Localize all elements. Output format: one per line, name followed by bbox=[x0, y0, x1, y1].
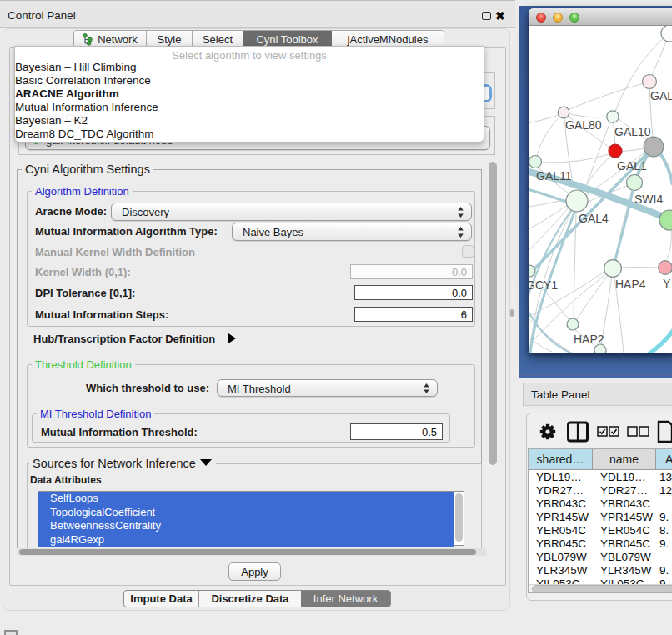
svg-text:GAL7: GAL7 bbox=[650, 89, 672, 102]
svg-text:GCY1: GCY1 bbox=[529, 278, 558, 292]
svg-text:Y: Y bbox=[663, 277, 671, 290]
svg-text:GAL4: GAL4 bbox=[579, 212, 609, 225]
svg-text:SWI4: SWI4 bbox=[634, 192, 663, 206]
svg-text:GAL10: GAL10 bbox=[614, 125, 651, 138]
svg-text:HAP4: HAP4 bbox=[615, 278, 646, 291]
svg-text:GAL11: GAL11 bbox=[536, 169, 572, 182]
svg-text:GAL1: GAL1 bbox=[617, 159, 647, 172]
svg-text:GAL80: GAL80 bbox=[565, 118, 602, 132]
svg-text:HAP2: HAP2 bbox=[574, 332, 604, 346]
